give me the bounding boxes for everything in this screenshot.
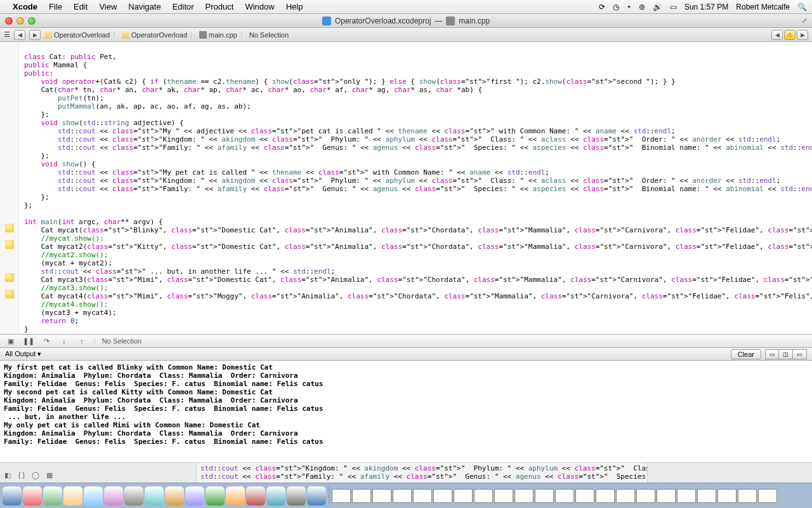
volume-icon[interactable]: 🔊: [653, 3, 662, 11]
dock-window[interactable]: [596, 489, 615, 503]
dock-window[interactable]: [494, 489, 513, 503]
next-issue-button[interactable]: ▶: [797, 30, 808, 40]
step-over-button[interactable]: ↷: [41, 336, 52, 346]
console-view-segmented[interactable]: ▭ ◫ ▭: [765, 349, 807, 359]
menu-help[interactable]: Help: [286, 2, 303, 11]
forward-button[interactable]: ▶: [29, 30, 41, 40]
step-into-button[interactable]: ↓: [58, 336, 70, 346]
file-name: main.cpp: [459, 17, 490, 25]
dock-app[interactable]: [165, 486, 184, 505]
dock-app[interactable]: [307, 486, 326, 505]
dock-window[interactable]: [352, 489, 371, 503]
menu-window[interactable]: Window: [245, 2, 274, 11]
dock-window[interactable]: [413, 489, 432, 503]
dock-app[interactable]: [124, 486, 143, 505]
code-area[interactable]: class Cat: public Pet,public Mammal {pub…: [19, 42, 812, 334]
dock-window[interactable]: [697, 489, 716, 503]
cpp-file-icon: [199, 31, 207, 39]
dock-window[interactable]: [454, 489, 473, 503]
dock-app[interactable]: [84, 486, 103, 505]
code-editor[interactable]: class Cat: public Pet,public Mammal {pub…: [0, 42, 812, 334]
dock-app[interactable]: [145, 486, 164, 505]
spotlight-icon[interactable]: 🔍: [797, 3, 807, 11]
warning-icon[interactable]: [5, 290, 14, 298]
dock-app[interactable]: [266, 486, 285, 505]
dock-app[interactable]: [104, 486, 123, 505]
object-icon[interactable]: ◯: [30, 470, 41, 480]
clear-button[interactable]: Clear: [731, 349, 761, 359]
jump-bar: ☰ ◀ ▶ OperatorOverload〉 OperatorOverload…: [0, 28, 812, 42]
warning-icon[interactable]: [5, 273, 14, 282]
menu-navigate[interactable]: Navigate: [128, 2, 160, 11]
dock-window[interactable]: [717, 489, 737, 503]
dock-app[interactable]: [287, 486, 306, 505]
dock-app[interactable]: [43, 486, 62, 505]
dock[interactable]: [0, 483, 812, 508]
back-button[interactable]: ◀: [14, 30, 25, 40]
dock-window[interactable]: [616, 489, 635, 503]
braces-icon[interactable]: { }: [16, 470, 27, 480]
dock-window[interactable]: [575, 489, 594, 503]
project-icon: [322, 17, 331, 25]
zoom-button[interactable]: [28, 17, 36, 25]
minimize-button[interactable]: [16, 17, 24, 25]
menu-file[interactable]: File: [49, 2, 62, 11]
dock-window[interactable]: [372, 489, 391, 503]
toggle-breakpoints-button[interactable]: ▣: [5, 336, 16, 346]
window-title: OperatorOverload.xcodeproj — main.cpp: [322, 17, 490, 25]
dock-window[interactable]: [393, 489, 412, 503]
wifi-icon[interactable]: ⊚: [639, 3, 645, 11]
menu-view[interactable]: View: [99, 2, 117, 11]
timemachine-icon[interactable]: ◷: [613, 3, 619, 11]
menu-product[interactable]: Product: [206, 2, 234, 11]
dock-window[interactable]: [738, 489, 757, 503]
prev-issue-button[interactable]: ◀: [771, 30, 783, 40]
media-icon[interactable]: ▦: [44, 470, 55, 480]
dock-app[interactable]: [63, 486, 82, 505]
console-output[interactable]: My first pet cat is called Blinky with C…: [0, 361, 812, 462]
console-view-button[interactable]: ▭: [793, 349, 807, 359]
dock-window[interactable]: [433, 489, 452, 503]
fullscreen-icon[interactable]: ⤢: [802, 17, 807, 24]
user-menu[interactable]: Robert Metcalfe: [736, 3, 790, 11]
dock-window[interactable]: [636, 489, 655, 503]
dock-window[interactable]: [514, 489, 534, 503]
output-filter[interactable]: All Output ▾: [5, 350, 41, 358]
app-menu[interactable]: Xcode: [13, 2, 37, 11]
bottom-panel: ◧ { } ◯ ▦ std::cout << class="st">"Kingd…: [0, 462, 812, 483]
dock-window[interactable]: [535, 489, 554, 503]
split-view-button[interactable]: ◫: [779, 349, 793, 359]
dock-app[interactable]: [226, 486, 245, 505]
step-out-button[interactable]: ↑: [76, 336, 88, 346]
dock-window[interactable]: [758, 489, 777, 503]
project-name: OperatorOverload.xcodeproj: [335, 17, 431, 25]
breadcrumb[interactable]: OperatorOverload〉 OperatorOverload〉 main…: [44, 30, 289, 39]
window-titlebar[interactable]: OperatorOverload.xcodeproj — main.cpp ⤢: [0, 14, 812, 28]
vars-view-button[interactable]: ▭: [765, 349, 779, 359]
issue-indicator[interactable]: ⚠: [784, 30, 796, 40]
editor-gutter[interactable]: [0, 42, 19, 334]
close-button[interactable]: [5, 17, 13, 25]
symbol-selector[interactable]: No Selection: [249, 31, 289, 39]
menu-editor[interactable]: Editor: [173, 2, 194, 11]
dock-app[interactable]: [185, 486, 204, 505]
dock-window[interactable]: [555, 489, 574, 503]
battery-icon[interactable]: ▭: [670, 3, 677, 11]
related-items-icon[interactable]: ☰: [4, 30, 10, 39]
library-icon[interactable]: ◧: [3, 470, 13, 480]
clock[interactable]: Sun 1:57 PM: [684, 3, 728, 11]
bluetooth-icon[interactable]: ᛭: [627, 3, 631, 11]
warning-icon[interactable]: [5, 240, 14, 249]
warning-icon[interactable]: [5, 224, 14, 232]
pause-button[interactable]: ❚❚: [23, 336, 34, 346]
dock-window[interactable]: [677, 489, 696, 503]
dock-app[interactable]: [23, 486, 42, 505]
dock-app[interactable]: [3, 486, 22, 505]
dock-app[interactable]: [206, 486, 225, 505]
dock-window[interactable]: [657, 489, 676, 503]
sync-icon[interactable]: ⟳: [599, 3, 605, 11]
dock-app[interactable]: [246, 486, 265, 505]
menu-edit[interactable]: Edit: [74, 2, 88, 11]
dock-window[interactable]: [474, 489, 493, 503]
dock-window[interactable]: [332, 489, 351, 503]
